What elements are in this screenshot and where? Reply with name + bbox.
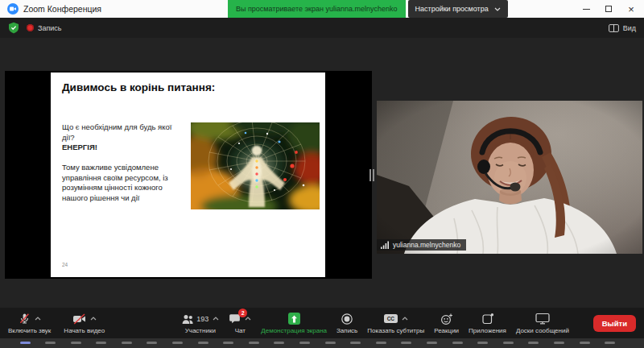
slide-title: Дивимось в корінь питання: — [62, 81, 215, 93]
microphone-muted-icon — [19, 313, 31, 325]
share-screen-button[interactable]: Демонстрация экрана — [261, 308, 327, 338]
windows-taskbar-strip — [0, 338, 644, 348]
grid-view-icon — [609, 24, 619, 32]
apps-label: Приложения — [469, 327, 506, 334]
chat-label: Чат — [235, 327, 246, 334]
slide-question: Що є необхідним для будь якої дії? — [62, 122, 178, 143]
reactions-label: Реакции — [434, 327, 459, 334]
window-title: Zoom Конференция — [23, 4, 101, 14]
taskbar-app-indicator — [427, 342, 437, 344]
participants-count: 193 — [196, 315, 208, 323]
taskbar-app-indicator — [605, 342, 615, 344]
chevron-up-icon[interactable] — [90, 317, 97, 321]
reactions-button[interactable]: Реакции — [434, 308, 459, 338]
view-settings-button[interactable]: Настройки просмотра — [408, 0, 508, 18]
taskbar-app-indicator — [249, 342, 259, 344]
taskbar-app-indicator — [71, 342, 81, 344]
participants-label: Участники — [185, 327, 216, 334]
recording-label: Запись — [38, 24, 62, 32]
titlebar: Zoom Конференция Вы просматриваете экран… — [0, 0, 644, 18]
taskbar-app-indicator — [376, 342, 386, 344]
participants-icon — [181, 313, 194, 325]
taskbar-app-indicator — [96, 342, 106, 344]
unmute-button[interactable]: Включить звук — [8, 308, 51, 338]
taskbar-app-indicator — [198, 342, 208, 344]
minimize-button[interactable] — [575, 0, 597, 18]
taskbar-app-indicator — [122, 342, 132, 344]
taskbar-app-indicator — [172, 342, 183, 344]
taskbar-app-indicator — [528, 342, 539, 344]
slide-image-cosmic-figure — [191, 122, 320, 209]
chevron-up-icon[interactable] — [402, 317, 408, 321]
taskbar-app-indicator — [452, 342, 463, 344]
panel-divider-handle[interactable] — [369, 169, 374, 181]
apps-button[interactable]: Приложения — [469, 308, 506, 338]
connection-signal-icon — [381, 241, 390, 249]
share-screen-icon — [288, 313, 300, 325]
chevron-down-icon — [494, 7, 501, 11]
window-controls: × — [575, 0, 642, 18]
participant-name: yulianna.melnychenko — [393, 241, 460, 249]
record-button[interactable]: Запись — [336, 308, 357, 338]
taskbar-app-indicator — [580, 342, 590, 344]
taskbar-app-indicator — [299, 342, 310, 344]
maximize-button[interactable] — [597, 0, 620, 18]
reactions-smiley-icon — [440, 313, 453, 325]
taskbar-app-indicator — [554, 342, 564, 344]
start-video-label: Начать видео — [64, 327, 105, 334]
participant-name-tag: yulianna.melnychenko — [377, 239, 466, 251]
record-icon — [341, 313, 353, 325]
taskbar-app-indicator — [45, 342, 56, 344]
camera-off-icon — [72, 313, 86, 325]
closed-captions-icon: CC — [384, 314, 398, 323]
presentation-slide: Дивимось в корінь питання: Що є необхідн… — [51, 72, 325, 277]
leave-button[interactable]: Выйти — [593, 315, 636, 332]
taskbar-app-indicator — [350, 342, 361, 344]
whiteboards-label: Доски сообщений — [516, 327, 569, 334]
chevron-up-icon[interactable] — [245, 317, 251, 321]
zoom-app-icon — [7, 3, 19, 14]
security-shield-icon[interactable] — [8, 22, 19, 34]
slide-paragraph: Тому важливе усвідомлене управління свої… — [62, 163, 178, 204]
taskbar-app-indicator — [147, 342, 157, 344]
slide-page-number: 24 — [62, 262, 68, 267]
view-button[interactable]: Вид — [609, 24, 636, 32]
meeting-info-bar: Запись Вид — [0, 18, 644, 38]
recording-indicator: Запись — [27, 24, 62, 32]
slide-emphasis: ЕНЕРГІЯ! — [62, 143, 178, 153]
taskbar-app-indicator — [223, 342, 233, 344]
view-label: Вид — [623, 24, 636, 32]
taskbar-app-indicator — [477, 342, 488, 344]
taskbar-app-indicator — [325, 342, 336, 344]
share-screen-label: Демонстрация экрана — [261, 327, 327, 334]
view-settings-label: Настройки просмотра — [415, 5, 489, 13]
unmute-label: Включить звук — [8, 327, 51, 334]
record-dot-icon — [27, 24, 34, 31]
chat-button[interactable]: 2 Чат — [229, 308, 251, 338]
titlebar-left: Zoom Конференция — [0, 3, 101, 14]
taskbar-app-indicator — [20, 342, 31, 344]
webcam-frame — [377, 101, 642, 254]
close-button[interactable]: × — [620, 0, 642, 18]
captions-label: Показать субтитры — [367, 327, 424, 334]
taskbar-app-indicator — [401, 342, 411, 344]
main-content: Дивимось в корінь питання: Що є необхідн… — [0, 38, 644, 308]
record-label: Запись — [336, 327, 357, 334]
zoom-window: Zoom Конференция Вы просматриваете экран… — [0, 0, 644, 348]
start-video-button[interactable]: Начать видео — [64, 308, 105, 338]
chevron-up-icon[interactable] — [35, 317, 41, 321]
taskbar-app-indicator — [503, 342, 514, 344]
chat-icon: 2 — [229, 313, 241, 325]
apps-icon — [481, 313, 494, 325]
participants-button[interactable]: 193 Участники — [181, 308, 219, 338]
slide-body-text: Що є необхідним для будь якої дії? ЕНЕРГ… — [62, 122, 178, 203]
participant-video[interactable]: yulianna.melnychenko — [377, 101, 642, 254]
captions-button[interactable]: CC Показать субтитры — [367, 308, 424, 338]
toolbar: Включить звук Начать видео 19 — [0, 308, 644, 338]
whiteboard-icon — [535, 313, 550, 325]
shared-screen-area: Дивимось в корінь питання: Що є необхідн… — [5, 71, 372, 279]
taskbar-app-indicator — [274, 342, 284, 344]
screen-share-banner-group: Вы просматриваете экран yulianna.melnych… — [228, 0, 508, 18]
whiteboards-button[interactable]: Доски сообщений — [516, 308, 569, 338]
chevron-up-icon[interactable] — [213, 317, 219, 321]
